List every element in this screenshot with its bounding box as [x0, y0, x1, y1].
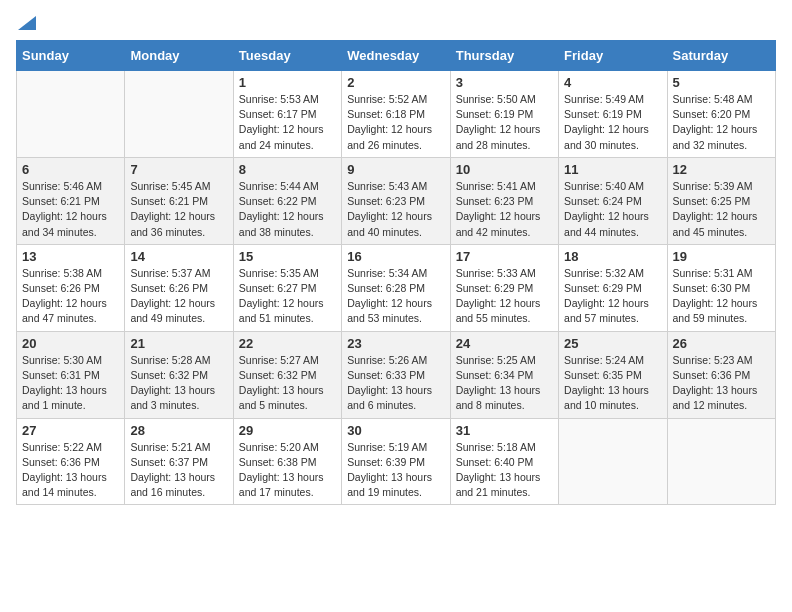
- calendar-table: SundayMondayTuesdayWednesdayThursdayFrid…: [16, 40, 776, 505]
- col-header-friday: Friday: [559, 41, 667, 71]
- calendar-cell: [17, 71, 125, 158]
- calendar-cell: 28Sunrise: 5:21 AM Sunset: 6:37 PM Dayli…: [125, 418, 233, 505]
- calendar-cell: 5Sunrise: 5:48 AM Sunset: 6:20 PM Daylig…: [667, 71, 775, 158]
- day-info: Sunrise: 5:53 AM Sunset: 6:17 PM Dayligh…: [239, 92, 336, 153]
- day-info: Sunrise: 5:37 AM Sunset: 6:26 PM Dayligh…: [130, 266, 227, 327]
- day-info: Sunrise: 5:33 AM Sunset: 6:29 PM Dayligh…: [456, 266, 553, 327]
- day-number: 25: [564, 336, 661, 351]
- logo: [16, 16, 36, 30]
- day-info: Sunrise: 5:22 AM Sunset: 6:36 PM Dayligh…: [22, 440, 119, 501]
- day-number: 5: [673, 75, 770, 90]
- calendar-cell: 11Sunrise: 5:40 AM Sunset: 6:24 PM Dayli…: [559, 157, 667, 244]
- calendar-cell: 20Sunrise: 5:30 AM Sunset: 6:31 PM Dayli…: [17, 331, 125, 418]
- calendar-week-row: 20Sunrise: 5:30 AM Sunset: 6:31 PM Dayli…: [17, 331, 776, 418]
- calendar-cell: 21Sunrise: 5:28 AM Sunset: 6:32 PM Dayli…: [125, 331, 233, 418]
- day-info: Sunrise: 5:18 AM Sunset: 6:40 PM Dayligh…: [456, 440, 553, 501]
- col-header-saturday: Saturday: [667, 41, 775, 71]
- day-number: 3: [456, 75, 553, 90]
- col-header-tuesday: Tuesday: [233, 41, 341, 71]
- calendar-cell: 31Sunrise: 5:18 AM Sunset: 6:40 PM Dayli…: [450, 418, 558, 505]
- day-info: Sunrise: 5:48 AM Sunset: 6:20 PM Dayligh…: [673, 92, 770, 153]
- calendar-cell: 30Sunrise: 5:19 AM Sunset: 6:39 PM Dayli…: [342, 418, 450, 505]
- day-info: Sunrise: 5:20 AM Sunset: 6:38 PM Dayligh…: [239, 440, 336, 501]
- calendar-cell: 12Sunrise: 5:39 AM Sunset: 6:25 PM Dayli…: [667, 157, 775, 244]
- day-number: 7: [130, 162, 227, 177]
- calendar-cell: 19Sunrise: 5:31 AM Sunset: 6:30 PM Dayli…: [667, 244, 775, 331]
- day-info: Sunrise: 5:40 AM Sunset: 6:24 PM Dayligh…: [564, 179, 661, 240]
- day-number: 20: [22, 336, 119, 351]
- day-number: 13: [22, 249, 119, 264]
- logo-icon: [18, 16, 36, 30]
- day-number: 11: [564, 162, 661, 177]
- calendar-week-row: 6Sunrise: 5:46 AM Sunset: 6:21 PM Daylig…: [17, 157, 776, 244]
- calendar-cell: 10Sunrise: 5:41 AM Sunset: 6:23 PM Dayli…: [450, 157, 558, 244]
- day-number: 21: [130, 336, 227, 351]
- day-number: 24: [456, 336, 553, 351]
- calendar-cell: 3Sunrise: 5:50 AM Sunset: 6:19 PM Daylig…: [450, 71, 558, 158]
- calendar-cell: 18Sunrise: 5:32 AM Sunset: 6:29 PM Dayli…: [559, 244, 667, 331]
- col-header-thursday: Thursday: [450, 41, 558, 71]
- day-info: Sunrise: 5:19 AM Sunset: 6:39 PM Dayligh…: [347, 440, 444, 501]
- calendar-cell: 22Sunrise: 5:27 AM Sunset: 6:32 PM Dayli…: [233, 331, 341, 418]
- calendar-week-row: 13Sunrise: 5:38 AM Sunset: 6:26 PM Dayli…: [17, 244, 776, 331]
- day-number: 4: [564, 75, 661, 90]
- calendar-cell: 13Sunrise: 5:38 AM Sunset: 6:26 PM Dayli…: [17, 244, 125, 331]
- col-header-wednesday: Wednesday: [342, 41, 450, 71]
- day-info: Sunrise: 5:27 AM Sunset: 6:32 PM Dayligh…: [239, 353, 336, 414]
- day-number: 22: [239, 336, 336, 351]
- col-header-sunday: Sunday: [17, 41, 125, 71]
- day-number: 26: [673, 336, 770, 351]
- day-number: 12: [673, 162, 770, 177]
- day-number: 8: [239, 162, 336, 177]
- day-info: Sunrise: 5:50 AM Sunset: 6:19 PM Dayligh…: [456, 92, 553, 153]
- calendar-cell: 7Sunrise: 5:45 AM Sunset: 6:21 PM Daylig…: [125, 157, 233, 244]
- day-number: 16: [347, 249, 444, 264]
- svg-marker-0: [18, 16, 36, 30]
- day-info: Sunrise: 5:30 AM Sunset: 6:31 PM Dayligh…: [22, 353, 119, 414]
- day-info: Sunrise: 5:38 AM Sunset: 6:26 PM Dayligh…: [22, 266, 119, 327]
- day-info: Sunrise: 5:39 AM Sunset: 6:25 PM Dayligh…: [673, 179, 770, 240]
- day-info: Sunrise: 5:35 AM Sunset: 6:27 PM Dayligh…: [239, 266, 336, 327]
- calendar-cell: 9Sunrise: 5:43 AM Sunset: 6:23 PM Daylig…: [342, 157, 450, 244]
- day-info: Sunrise: 5:21 AM Sunset: 6:37 PM Dayligh…: [130, 440, 227, 501]
- day-info: Sunrise: 5:28 AM Sunset: 6:32 PM Dayligh…: [130, 353, 227, 414]
- calendar-cell: 15Sunrise: 5:35 AM Sunset: 6:27 PM Dayli…: [233, 244, 341, 331]
- day-info: Sunrise: 5:24 AM Sunset: 6:35 PM Dayligh…: [564, 353, 661, 414]
- calendar-cell: [667, 418, 775, 505]
- day-info: Sunrise: 5:26 AM Sunset: 6:33 PM Dayligh…: [347, 353, 444, 414]
- calendar-cell: 1Sunrise: 5:53 AM Sunset: 6:17 PM Daylig…: [233, 71, 341, 158]
- calendar-cell: 14Sunrise: 5:37 AM Sunset: 6:26 PM Dayli…: [125, 244, 233, 331]
- day-info: Sunrise: 5:34 AM Sunset: 6:28 PM Dayligh…: [347, 266, 444, 327]
- day-number: 30: [347, 423, 444, 438]
- day-number: 10: [456, 162, 553, 177]
- day-number: 19: [673, 249, 770, 264]
- day-info: Sunrise: 5:46 AM Sunset: 6:21 PM Dayligh…: [22, 179, 119, 240]
- calendar-cell: [125, 71, 233, 158]
- day-number: 9: [347, 162, 444, 177]
- day-info: Sunrise: 5:45 AM Sunset: 6:21 PM Dayligh…: [130, 179, 227, 240]
- calendar-cell: 6Sunrise: 5:46 AM Sunset: 6:21 PM Daylig…: [17, 157, 125, 244]
- day-number: 2: [347, 75, 444, 90]
- calendar-cell: 27Sunrise: 5:22 AM Sunset: 6:36 PM Dayli…: [17, 418, 125, 505]
- day-number: 31: [456, 423, 553, 438]
- day-number: 1: [239, 75, 336, 90]
- day-number: 17: [456, 249, 553, 264]
- day-info: Sunrise: 5:52 AM Sunset: 6:18 PM Dayligh…: [347, 92, 444, 153]
- calendar-cell: 17Sunrise: 5:33 AM Sunset: 6:29 PM Dayli…: [450, 244, 558, 331]
- day-number: 23: [347, 336, 444, 351]
- day-number: 15: [239, 249, 336, 264]
- calendar-cell: 23Sunrise: 5:26 AM Sunset: 6:33 PM Dayli…: [342, 331, 450, 418]
- calendar-week-row: 1Sunrise: 5:53 AM Sunset: 6:17 PM Daylig…: [17, 71, 776, 158]
- day-number: 27: [22, 423, 119, 438]
- day-info: Sunrise: 5:41 AM Sunset: 6:23 PM Dayligh…: [456, 179, 553, 240]
- day-number: 29: [239, 423, 336, 438]
- calendar-cell: 29Sunrise: 5:20 AM Sunset: 6:38 PM Dayli…: [233, 418, 341, 505]
- day-info: Sunrise: 5:44 AM Sunset: 6:22 PM Dayligh…: [239, 179, 336, 240]
- day-info: Sunrise: 5:32 AM Sunset: 6:29 PM Dayligh…: [564, 266, 661, 327]
- calendar-cell: 2Sunrise: 5:52 AM Sunset: 6:18 PM Daylig…: [342, 71, 450, 158]
- calendar-header-row: SundayMondayTuesdayWednesdayThursdayFrid…: [17, 41, 776, 71]
- col-header-monday: Monday: [125, 41, 233, 71]
- day-info: Sunrise: 5:25 AM Sunset: 6:34 PM Dayligh…: [456, 353, 553, 414]
- calendar-cell: [559, 418, 667, 505]
- calendar-cell: 24Sunrise: 5:25 AM Sunset: 6:34 PM Dayli…: [450, 331, 558, 418]
